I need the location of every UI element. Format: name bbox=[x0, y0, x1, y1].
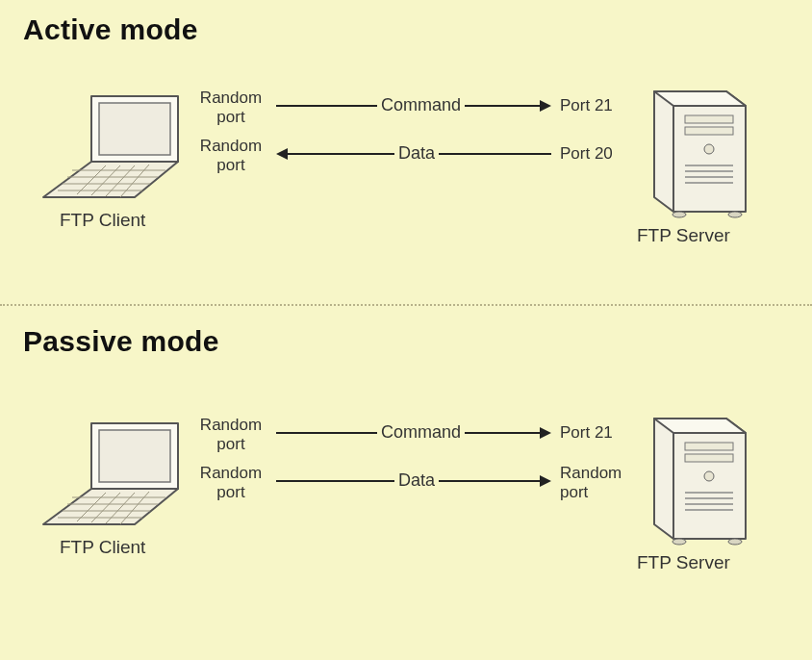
server-icon bbox=[635, 404, 760, 548]
passive-client-caption: FTP Client bbox=[60, 537, 145, 558]
active-client-caption: FTP Client bbox=[60, 210, 145, 231]
active-cmd-right-port: Port 21 bbox=[560, 96, 627, 115]
svg-marker-0 bbox=[43, 162, 178, 197]
svg-marker-11 bbox=[654, 91, 746, 212]
svg-rect-41 bbox=[685, 443, 733, 450]
svg-rect-42 bbox=[685, 454, 733, 462]
passive-data-right-port: Random port bbox=[560, 464, 637, 501]
svg-point-20 bbox=[704, 144, 714, 154]
svg-marker-24 bbox=[540, 100, 551, 112]
active-data-label: Data bbox=[394, 143, 439, 164]
svg-rect-14 bbox=[685, 115, 733, 123]
svg-marker-51 bbox=[540, 427, 551, 439]
svg-marker-38 bbox=[654, 419, 746, 539]
laptop-icon bbox=[38, 414, 183, 529]
server-icon bbox=[635, 77, 760, 221]
section-divider bbox=[0, 304, 812, 306]
svg-point-22 bbox=[728, 212, 742, 217]
svg-rect-10 bbox=[99, 103, 170, 155]
passive-command-label: Command bbox=[377, 422, 465, 443]
laptop-icon bbox=[38, 87, 183, 202]
svg-marker-53 bbox=[540, 475, 551, 487]
svg-point-47 bbox=[704, 471, 714, 481]
diagram-canvas: Active mode FTP Client bbox=[0, 0, 812, 660]
svg-marker-27 bbox=[43, 489, 178, 524]
svg-rect-37 bbox=[99, 430, 170, 482]
passive-cmd-left-port: Random port bbox=[192, 416, 269, 453]
passive-data-label: Data bbox=[394, 470, 439, 491]
svg-marker-26 bbox=[276, 148, 288, 160]
svg-point-48 bbox=[672, 539, 686, 545]
active-data-left-port: Random port bbox=[192, 137, 269, 174]
svg-point-21 bbox=[672, 212, 686, 217]
active-command-label: Command bbox=[377, 95, 465, 115]
active-cmd-left-port: Random port bbox=[192, 89, 269, 126]
svg-point-49 bbox=[728, 539, 742, 545]
passive-title: Passive mode bbox=[23, 325, 219, 358]
active-server-caption: FTP Server bbox=[637, 225, 730, 246]
passive-cmd-right-port: Port 21 bbox=[560, 423, 637, 443]
active-title: Active mode bbox=[23, 13, 198, 46]
passive-data-left-port: Random port bbox=[192, 464, 269, 501]
svg-rect-15 bbox=[685, 127, 733, 135]
passive-server-caption: FTP Server bbox=[637, 552, 730, 573]
active-data-right-port: Port 20 bbox=[560, 144, 627, 164]
